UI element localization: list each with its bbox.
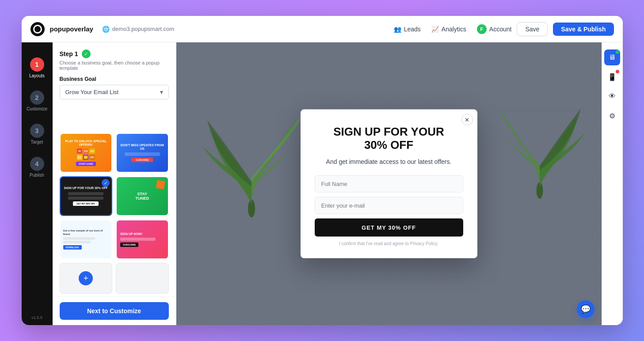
- step-circle-4: 4: [30, 157, 44, 171]
- selected-check-icon: ✓: [102, 179, 110, 187]
- popup-fullname-input[interactable]: [315, 175, 463, 192]
- nav-account[interactable]: F Account: [477, 24, 512, 34]
- popup-email-input[interactable]: [315, 197, 463, 214]
- business-goal-label: Business Goal: [60, 76, 169, 82]
- step-label-1: Layouts: [29, 73, 45, 78]
- template-card-6[interactable]: Sign up now! SUBSCRIBE: [116, 220, 169, 259]
- desktop-dot: [616, 50, 619, 54]
- panel: Step 1 ✓ Choose a business goal, then ch…: [53, 42, 176, 325]
- version-label: v1.5.9: [31, 315, 42, 325]
- popup-modal: ✕ SIGN UP FOR YOUR 30% OFF And get immed…: [301, 110, 477, 258]
- analytics-icon: 📈: [431, 26, 439, 33]
- nav-links: 👥 Leads 📈 Analytics F Account: [394, 24, 512, 34]
- step-label-3: Target: [31, 140, 43, 144]
- panel-footer: Next to Customize: [53, 296, 176, 325]
- settings-icon: ⚙: [609, 112, 615, 120]
- step-item-1[interactable]: 1 Layouts: [22, 51, 53, 84]
- template-card-3[interactable]: SIGN UP FOR YOUR 30% OFF GET MY 30% OFF …: [60, 176, 113, 216]
- popup-title: SIGN UP FOR YOUR 30% OFF: [315, 125, 463, 152]
- mobile-icon: 📱: [608, 73, 617, 81]
- preview-icon: 👁: [609, 92, 616, 100]
- popup-close-button[interactable]: ✕: [461, 114, 473, 125]
- step-circle-1: 1: [30, 57, 44, 72]
- chat-widget-button[interactable]: 💬: [577, 300, 594, 318]
- template-card-4[interactable]: STAY TUNED: [116, 176, 169, 216]
- mobile-view-button[interactable]: 📱: [604, 69, 620, 85]
- dropdown-wrapper: Grow Your Email List Increase Sales Get …: [60, 85, 169, 99]
- step-circle-2: 2: [30, 91, 44, 105]
- leads-icon: 👥: [394, 26, 401, 33]
- save-publish-button[interactable]: Save & Publish: [553, 23, 614, 36]
- logo-icon: [30, 22, 45, 36]
- right-toolbar: 🖥 📱 👁 ⚙: [602, 42, 623, 325]
- step-label-4: Publish: [30, 173, 44, 178]
- save-button[interactable]: Save: [517, 22, 548, 36]
- desktop-view-button[interactable]: 🖥: [604, 49, 620, 65]
- template-grid: Play to unlock special offers! $5 $10 $1…: [53, 133, 176, 259]
- settings-button[interactable]: ⚙: [604, 108, 620, 124]
- panel-step-title: Step 1: [60, 50, 78, 57]
- step-item-4[interactable]: 4 Publish: [22, 151, 53, 184]
- header: popupoverlay 🌐 demo3.popupsmart.com 👥 Le…: [22, 16, 623, 42]
- steps-sidebar: 1 Layouts 2 Customize 3 Target 4 Publish…: [22, 42, 53, 325]
- mobile-dot: [616, 70, 619, 73]
- next-to-customize-button[interactable]: Next to Customize: [60, 302, 169, 320]
- step-item-3[interactable]: 3 Target: [22, 117, 53, 151]
- template-card-5[interactable]: Get a free sample of our best of finest …: [60, 220, 113, 259]
- palm-left-decoration: [203, 94, 300, 217]
- panel-step-desc: Choose a business goal, then choose a po…: [60, 60, 169, 71]
- template-card-2[interactable]: DON'T MISS UPDATES FROM US SUBSCRIBE: [116, 133, 169, 173]
- template-card-1[interactable]: Play to unlock special offers! $5 $10 $1…: [60, 133, 113, 173]
- popup-privacy-text: I confirm that I've read and agree to Pr…: [315, 241, 463, 246]
- template-area: Play to unlock special offers! $5 $10 $1…: [53, 133, 176, 296]
- preview-button[interactable]: 👁: [604, 88, 620, 104]
- desktop-icon: 🖥: [609, 53, 616, 61]
- account-avatar: F: [477, 24, 487, 34]
- nav-leads[interactable]: 👥 Leads: [394, 26, 421, 33]
- step-header: Step 1 ✓: [60, 49, 169, 58]
- business-goal-select[interactable]: Grow Your Email List Increase Sales Get …: [60, 85, 169, 99]
- site-url: demo3.popupsmart.com: [112, 26, 174, 32]
- check-badge: ✓: [82, 49, 91, 58]
- preview-area: ✕ SIGN UP FOR YOUR 30% OFF And get immed…: [176, 42, 602, 325]
- popup-subtitle: And get immediate access to our latest o…: [315, 157, 463, 166]
- popup-cta-button[interactable]: GET MY 30% OFF: [315, 218, 463, 236]
- palm-right-decoration: [495, 84, 584, 199]
- step-item-2[interactable]: 2 Customize: [22, 84, 53, 117]
- url-bar: 🌐 demo3.popupsmart.com: [102, 26, 174, 33]
- nav-analytics[interactable]: 📈 Analytics: [431, 26, 466, 33]
- globe-icon: 🌐: [102, 26, 110, 33]
- main-body: 1 Layouts 2 Customize 3 Target 4 Publish…: [22, 42, 623, 325]
- step-circle-3: 3: [30, 124, 44, 138]
- brand-name: popupoverlay: [50, 25, 93, 33]
- app-window: popupoverlay 🌐 demo3.popupsmart.com 👥 Le…: [22, 16, 623, 325]
- step-label-2: Customize: [27, 106, 47, 111]
- panel-content: Step 1 ✓ Choose a business goal, then ch…: [53, 42, 176, 133]
